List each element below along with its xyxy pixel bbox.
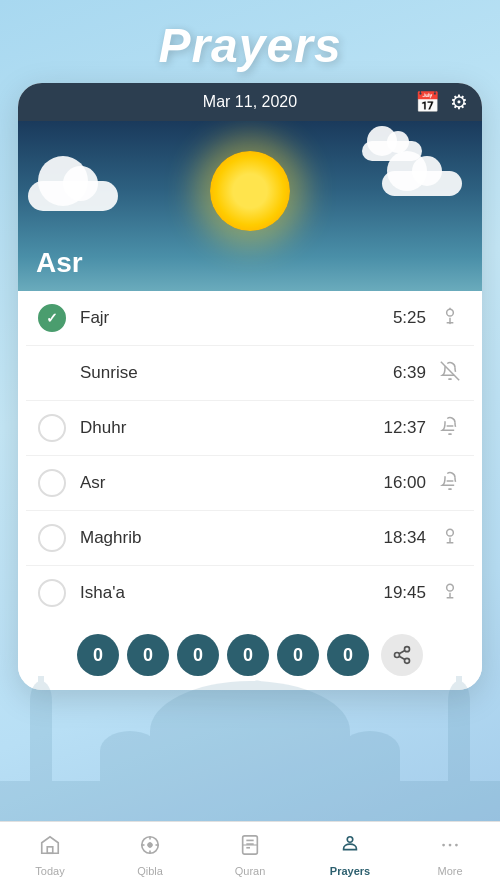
- prayer-bell-dhuhr[interactable]: [438, 416, 462, 441]
- prayer-item-ishaa[interactable]: Isha'a 19:45: [26, 566, 474, 620]
- home-icon: [39, 834, 61, 862]
- cloud-top-right: [362, 141, 422, 161]
- prayer-check-dhuhr[interactable]: [38, 414, 66, 442]
- prayer-name-maghrib: Maghrib: [80, 528, 383, 548]
- prayer-check-fajr[interactable]: [38, 304, 66, 332]
- cloud-left: [28, 181, 118, 211]
- nav-item-quran[interactable]: Quran: [200, 822, 300, 889]
- sun: [210, 151, 290, 231]
- nav-label-prayers: Prayers: [330, 865, 370, 877]
- prayer-check-ishaa[interactable]: [38, 579, 66, 607]
- date-text: Mar 11, 2020: [203, 93, 297, 111]
- card-header: Mar 11, 2020 📅 ⚙: [18, 83, 482, 121]
- prayer-time-asr: 16:00: [383, 473, 426, 493]
- svg-line-15: [441, 361, 459, 379]
- nav-label-today: Today: [35, 865, 64, 877]
- svg-rect-3: [38, 676, 44, 701]
- nav-item-prayers[interactable]: Prayers: [300, 822, 400, 889]
- nav-label-more: More: [437, 865, 462, 877]
- main-card: Mar 11, 2020 📅 ⚙ Asr Fajr 5:25: [18, 83, 482, 690]
- nav-item-today[interactable]: Today: [0, 822, 100, 889]
- prayer-check-asr[interactable]: [38, 469, 66, 497]
- svg-rect-6: [456, 676, 462, 701]
- svg-point-39: [455, 844, 458, 847]
- prayer-bell-maghrib[interactable]: [438, 526, 462, 551]
- prayer-bell-ishaa[interactable]: [438, 581, 462, 606]
- prayer-bell-sunrise[interactable]: [438, 361, 462, 386]
- current-prayer-label: Asr: [36, 247, 83, 279]
- svg-point-38: [449, 844, 452, 847]
- svg-point-10: [100, 731, 160, 771]
- prayer-item-dhuhr[interactable]: Dhuhr 12:37: [26, 401, 474, 456]
- nav-item-more[interactable]: More: [400, 822, 500, 889]
- prayer-time-fajr: 5:25: [393, 308, 426, 328]
- prayer-time-sunrise: 6:39: [393, 363, 426, 383]
- calendar-icon[interactable]: 📅: [415, 90, 440, 114]
- prayer-name-dhuhr: Dhuhr: [80, 418, 383, 438]
- svg-point-36: [347, 837, 353, 843]
- quran-icon: [239, 834, 261, 862]
- nav-item-qibla[interactable]: Qibla: [100, 822, 200, 889]
- prayers-icon: [339, 834, 361, 862]
- prayer-bell-asr[interactable]: [438, 471, 462, 496]
- svg-rect-25: [47, 847, 53, 853]
- prayer-time-dhuhr: 12:37: [383, 418, 426, 438]
- svg-point-13: [447, 309, 454, 316]
- svg-rect-0: [0, 781, 500, 821]
- cloud-right: [382, 171, 462, 196]
- prayer-list: Fajr 5:25 Sunrise 6:39: [18, 291, 482, 620]
- bottom-nav: Today Qibla Quran: [0, 821, 500, 889]
- prayer-name-ishaa: Isha'a: [80, 583, 383, 603]
- svg-point-12: [340, 731, 400, 771]
- svg-point-14: [449, 322, 451, 324]
- prayer-item-sunrise[interactable]: Sunrise 6:39: [26, 346, 474, 401]
- svg-point-19: [447, 584, 454, 591]
- prayer-time-ishaa: 19:45: [383, 583, 426, 603]
- svg-point-18: [447, 529, 454, 536]
- sky-scene: Asr: [18, 121, 482, 291]
- more-icon: [439, 834, 461, 862]
- prayer-item-maghrib[interactable]: Maghrib 18:34: [26, 511, 474, 566]
- prayer-time-maghrib: 18:34: [383, 528, 426, 548]
- prayer-name-fajr: Fajr: [80, 308, 393, 328]
- prayer-name-asr: Asr: [80, 473, 383, 493]
- nav-label-quran: Quran: [235, 865, 266, 877]
- prayer-item-fajr[interactable]: Fajr 5:25: [26, 291, 474, 346]
- page-title: Prayers: [0, 0, 500, 83]
- prayer-bell-fajr[interactable]: [438, 306, 462, 331]
- svg-point-37: [442, 844, 445, 847]
- settings-icon[interactable]: ⚙: [450, 90, 468, 114]
- qibla-icon: [139, 834, 161, 862]
- prayer-name-sunrise: Sunrise: [80, 363, 393, 383]
- prayer-item-asr[interactable]: Asr 16:00: [26, 456, 474, 511]
- prayer-check-sunrise: [38, 359, 66, 387]
- svg-point-8: [150, 681, 350, 781]
- nav-label-qibla: Qibla: [137, 865, 163, 877]
- prayer-check-maghrib[interactable]: [38, 524, 66, 552]
